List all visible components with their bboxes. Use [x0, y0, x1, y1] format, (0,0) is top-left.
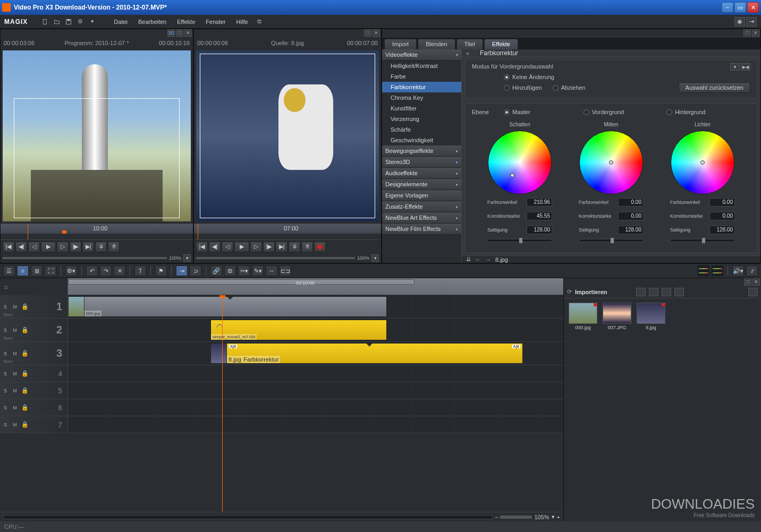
- source-scrubber[interactable]: 07:00: [194, 224, 381, 239]
- radio-keine-aenderung[interactable]: Keine Änderung: [504, 74, 554, 80]
- footer-next-icon[interactable]: →: [485, 256, 491, 263]
- radio-vordergrund[interactable]: Vordergrund: [584, 109, 624, 115]
- wand-icon[interactable]: ✦: [87, 17, 97, 27]
- timeline-hscroll[interactable]: [3, 515, 493, 519]
- step-fwd-icon[interactable]: |▶: [263, 242, 275, 252]
- color-wheel-mitten[interactable]: [579, 131, 643, 194]
- monitor-icon[interactable]: ⧉: [255, 17, 264, 27]
- panel-3d-icon[interactable]: 3D: [167, 29, 175, 37]
- source-zoom-slider[interactable]: [196, 257, 355, 259]
- cat-newblue-film[interactable]: NewBlue Film Effects▸: [382, 224, 461, 235]
- gear-icon[interactable]: ⚙: [75, 17, 85, 27]
- import-tool-3-icon[interactable]: [662, 288, 671, 296]
- radio-hinzufuegen[interactable]: Hinzufügen: [504, 84, 542, 91]
- panel-close-icon[interactable]: ✕: [373, 29, 380, 37]
- program-zoom-slider[interactable]: [3, 257, 167, 259]
- mark-in-icon[interactable]: ⤋: [95, 242, 107, 252]
- back-icon[interactable]: «: [466, 50, 476, 56]
- refresh-icon[interactable]: ⟳: [567, 288, 572, 295]
- schatten-sat-value[interactable]: 128.00: [527, 226, 552, 234]
- radio-master[interactable]: Master: [504, 109, 530, 115]
- open-icon[interactable]: [52, 17, 62, 27]
- save-icon[interactable]: [64, 17, 73, 27]
- program-video[interactable]: [3, 50, 191, 221]
- clip-image-3[interactable]: A|B A|B 8.jpg Farbkorrektur: [210, 343, 523, 364]
- solo-button[interactable]: S: [2, 304, 9, 310]
- mark-out-icon[interactable]: ⤊: [301, 242, 313, 252]
- panel-max-icon[interactable]: □: [364, 29, 371, 37]
- menu-fenster[interactable]: Fenster: [201, 16, 230, 27]
- maximize-button[interactable]: ▭: [734, 2, 746, 13]
- home-icon[interactable]: ⌂: [4, 284, 8, 290]
- cut-dropdown-icon[interactable]: ✂▾: [238, 265, 250, 276]
- tab-titel[interactable]: Titel: [456, 39, 483, 49]
- cat-zusatz[interactable]: Zusatz-Effekte▸: [382, 201, 461, 212]
- mute-button[interactable]: M: [12, 328, 18, 333]
- step-back-icon[interactable]: ◀|: [15, 242, 27, 252]
- zoom-dropdown-icon[interactable]: ▾: [183, 254, 191, 262]
- lichter-winkel-value[interactable]: 0.00: [709, 198, 735, 207]
- tab-import[interactable]: Import: [384, 39, 417, 49]
- cat-stereo3d[interactable]: Stereo3D▸: [382, 157, 461, 168]
- panel-max-icon[interactable]: □: [744, 278, 751, 286]
- link-icon[interactable]: 🔗: [210, 265, 222, 276]
- text-tool-icon[interactable]: T: [134, 265, 146, 276]
- razor-dropdown-icon[interactable]: ✎▾: [252, 265, 264, 276]
- speaker-icon[interactable]: 🔊▾: [732, 265, 744, 276]
- mixer-icon[interactable]: ⫽: [746, 265, 758, 276]
- solo-button[interactable]: S: [2, 328, 9, 333]
- color-wheel-lichter[interactable]: [671, 131, 734, 194]
- close-button[interactable]: ✕: [747, 2, 759, 13]
- zoom-out-icon[interactable]: −: [495, 514, 498, 520]
- item-helligkeit[interactable]: Helligkeit/Kontrast: [382, 61, 461, 71]
- frame-back-icon[interactable]: ◁: [222, 242, 233, 252]
- gear-dropdown-icon[interactable]: ⚙▾: [65, 265, 77, 276]
- zoom-fit-icon[interactable]: ▾: [552, 513, 555, 520]
- cat-design[interactable]: Designelemente▸: [382, 179, 461, 190]
- zoom-dropdown-icon[interactable]: ▾: [371, 254, 379, 262]
- item-kunstfilter[interactable]: Kunstfilter: [382, 103, 461, 114]
- mitten-sat-slider[interactable]: [579, 239, 644, 242]
- section-prev-icon[interactable]: ▶◀: [741, 63, 750, 71]
- clip-motion-2[interactable]: simple_move2_m7.t3d: [210, 320, 387, 340]
- clip-video-1[interactable]: 000.jpg: [68, 296, 387, 317]
- mark-in-icon[interactable]: ⤋: [289, 242, 300, 252]
- delete-button[interactable]: ✕: [114, 265, 125, 276]
- view-storyboard-icon[interactable]: ⊞: [31, 265, 43, 276]
- tab-blenden[interactable]: Blenden: [418, 39, 455, 49]
- lock-icon[interactable]: 🔒: [21, 327, 27, 333]
- item-geschwindigkeit[interactable]: Geschwindigkeit: [382, 135, 461, 145]
- record-button[interactable]: [314, 242, 326, 252]
- solo-button[interactable]: S: [2, 351, 9, 356]
- frame-fwd-icon[interactable]: ▷: [57, 242, 69, 252]
- thumb-8[interactable]: 8.jpg: [636, 303, 666, 330]
- goto-start-icon[interactable]: |◀: [196, 242, 208, 252]
- footer-collapse-icon[interactable]: ⇊: [466, 256, 471, 263]
- reset-selection-button[interactable]: Auswahl zurücksetzen: [679, 82, 750, 93]
- mitten-starke-value[interactable]: 0.00: [618, 212, 644, 220]
- mitten-sat-value[interactable]: 128.00: [618, 226, 644, 234]
- mark-out-icon[interactable]: ⤊: [108, 242, 120, 252]
- play-button[interactable]: ▶: [234, 242, 249, 252]
- group-icon[interactable]: ⧉: [224, 265, 236, 276]
- lock-icon[interactable]: 🔒: [21, 303, 27, 310]
- program-scrubber[interactable]: 10:00: [1, 224, 193, 239]
- play-button[interactable]: ▶: [41, 242, 56, 252]
- stretch-icon[interactable]: ↔: [266, 265, 277, 276]
- panel-max-icon[interactable]: □: [176, 29, 183, 37]
- timeline-zoom-slider[interactable]: [500, 516, 532, 519]
- frame-fwd-icon[interactable]: ▷: [250, 242, 262, 252]
- menu-hilfe[interactable]: Hilfe: [232, 16, 252, 27]
- item-farbkorrektur[interactable]: Farbkorrektur: [382, 82, 461, 92]
- step-back-icon[interactable]: ◀|: [209, 242, 221, 252]
- minimize-button[interactable]: −: [722, 2, 733, 13]
- section-collapse-icon[interactable]: ▼: [730, 63, 740, 71]
- tab-effekte[interactable]: Effekte: [484, 39, 518, 49]
- marker-icon[interactable]: ⚑: [155, 265, 167, 276]
- step-fwd-icon[interactable]: |▶: [70, 242, 81, 252]
- cat-audio[interactable]: Audioeffekte▸: [382, 168, 461, 179]
- export-icon[interactable]: ⇥: [746, 17, 757, 27]
- zoom-in-icon[interactable]: +: [557, 514, 560, 520]
- view-timeline-icon[interactable]: ≡: [17, 265, 29, 276]
- radio-abziehen[interactable]: Abziehen: [553, 84, 586, 91]
